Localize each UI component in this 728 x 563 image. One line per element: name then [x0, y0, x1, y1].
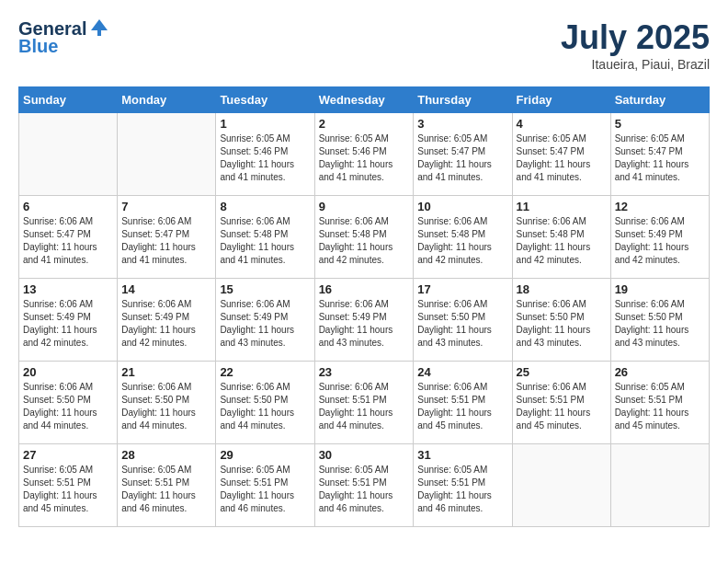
day-number: 26	[615, 365, 705, 379]
day-info: Sunrise: 6:06 AMSunset: 5:49 PMDaylight:…	[23, 298, 113, 350]
month-title: July 2025	[561, 18, 710, 57]
weekday-header-saturday: Saturday	[610, 87, 709, 113]
day-number: 23	[319, 365, 410, 379]
svg-marker-0	[91, 19, 108, 30]
calendar-cell: 14Sunrise: 6:06 AMSunset: 5:49 PMDayligh…	[118, 279, 216, 362]
logo: General Blue	[18, 18, 109, 57]
calendar-cell: 24Sunrise: 6:06 AMSunset: 5:51 PMDayligh…	[414, 362, 512, 444]
calendar-cell: 18Sunrise: 6:06 AMSunset: 5:50 PMDayligh…	[512, 279, 610, 362]
day-info: Sunrise: 6:06 AMSunset: 5:49 PMDaylight:…	[319, 298, 410, 350]
day-number: 30	[319, 448, 410, 462]
day-info: Sunrise: 6:06 AMSunset: 5:49 PMDaylight:…	[121, 298, 211, 350]
calendar-cell: 12Sunrise: 6:06 AMSunset: 5:49 PMDayligh…	[610, 196, 709, 279]
calendar-cell: 7Sunrise: 6:06 AMSunset: 5:47 PMDaylight…	[118, 196, 216, 279]
weekday-header-tuesday: Tuesday	[216, 87, 314, 113]
day-info: Sunrise: 6:05 AMSunset: 5:47 PMDaylight:…	[417, 132, 507, 184]
day-number: 13	[23, 282, 113, 296]
day-number: 10	[417, 200, 507, 213]
day-info: Sunrise: 6:05 AMSunset: 5:51 PMDaylight:…	[220, 464, 310, 515]
calendar-cell: 4Sunrise: 6:05 AMSunset: 5:47 PMDaylight…	[512, 113, 610, 196]
day-info: Sunrise: 6:05 AMSunset: 5:51 PMDaylight:…	[23, 464, 113, 515]
calendar-cell: 28Sunrise: 6:05 AMSunset: 5:51 PMDayligh…	[118, 444, 216, 527]
calendar-cell: 29Sunrise: 6:05 AMSunset: 5:51 PMDayligh…	[216, 444, 314, 527]
day-number: 20	[23, 365, 113, 379]
day-info: Sunrise: 6:06 AMSunset: 5:50 PMDaylight:…	[417, 298, 507, 350]
calendar-cell: 27Sunrise: 6:05 AMSunset: 5:51 PMDayligh…	[19, 444, 118, 527]
day-info: Sunrise: 6:06 AMSunset: 5:49 PMDaylight:…	[615, 215, 705, 267]
calendar-table: SundayMondayTuesdayWednesdayThursdayFrid…	[18, 86, 710, 527]
day-info: Sunrise: 6:05 AMSunset: 5:51 PMDaylight:…	[615, 381, 705, 432]
logo-icon	[89, 17, 109, 38]
week-row-5: 27Sunrise: 6:05 AMSunset: 5:51 PMDayligh…	[19, 444, 710, 527]
calendar-cell: 2Sunrise: 6:05 AMSunset: 5:46 PMDaylight…	[314, 113, 414, 196]
day-number: 14	[121, 282, 211, 296]
weekday-header-monday: Monday	[118, 87, 216, 113]
calendar-cell: 10Sunrise: 6:06 AMSunset: 5:48 PMDayligh…	[414, 196, 512, 279]
day-info: Sunrise: 6:05 AMSunset: 5:51 PMDaylight:…	[121, 464, 211, 515]
calendar-cell: 15Sunrise: 6:06 AMSunset: 5:49 PMDayligh…	[216, 279, 314, 362]
calendar-cell: 13Sunrise: 6:06 AMSunset: 5:49 PMDayligh…	[19, 279, 118, 362]
calendar-cell: 20Sunrise: 6:06 AMSunset: 5:50 PMDayligh…	[19, 362, 118, 444]
calendar-cell: 9Sunrise: 6:06 AMSunset: 5:48 PMDaylight…	[314, 196, 414, 279]
day-number: 5	[615, 117, 705, 131]
calendar-cell: 11Sunrise: 6:06 AMSunset: 5:48 PMDayligh…	[512, 196, 610, 279]
day-number: 12	[615, 200, 705, 213]
calendar-cell	[19, 113, 118, 196]
day-info: Sunrise: 6:05 AMSunset: 5:47 PMDaylight:…	[615, 132, 705, 184]
day-number: 1	[220, 117, 310, 131]
day-number: 29	[220, 448, 310, 462]
day-info: Sunrise: 6:05 AMSunset: 5:47 PMDaylight:…	[517, 132, 607, 184]
day-number: 28	[121, 448, 211, 462]
day-info: Sunrise: 6:06 AMSunset: 5:50 PMDaylight:…	[220, 381, 310, 432]
calendar-cell: 26Sunrise: 6:05 AMSunset: 5:51 PMDayligh…	[610, 362, 709, 444]
weekday-header-sunday: Sunday	[19, 87, 118, 113]
calendar-cell: 1Sunrise: 6:05 AMSunset: 5:46 PMDaylight…	[216, 113, 314, 196]
week-row-4: 20Sunrise: 6:06 AMSunset: 5:50 PMDayligh…	[19, 362, 710, 444]
svg-rect-1	[97, 30, 101, 36]
calendar-cell: 8Sunrise: 6:06 AMSunset: 5:48 PMDaylight…	[216, 196, 314, 279]
day-number: 21	[121, 365, 211, 379]
calendar-cell: 6Sunrise: 6:06 AMSunset: 5:47 PMDaylight…	[19, 196, 118, 279]
week-row-1: 1Sunrise: 6:05 AMSunset: 5:46 PMDaylight…	[19, 113, 710, 196]
calendar-cell	[610, 444, 709, 527]
calendar-cell: 17Sunrise: 6:06 AMSunset: 5:50 PMDayligh…	[414, 279, 512, 362]
day-number: 11	[517, 200, 607, 213]
day-info: Sunrise: 6:05 AMSunset: 5:46 PMDaylight:…	[220, 132, 310, 184]
day-number: 2	[319, 117, 410, 131]
calendar-cell: 30Sunrise: 6:05 AMSunset: 5:51 PMDayligh…	[314, 444, 414, 527]
location-subtitle: Itaueira, Piaui, Brazil	[561, 57, 710, 72]
day-info: Sunrise: 6:06 AMSunset: 5:47 PMDaylight:…	[23, 215, 113, 267]
day-number: 9	[319, 200, 410, 213]
day-info: Sunrise: 6:06 AMSunset: 5:50 PMDaylight:…	[121, 381, 211, 432]
calendar-cell: 31Sunrise: 6:05 AMSunset: 5:51 PMDayligh…	[414, 444, 512, 527]
weekday-header-row: SundayMondayTuesdayWednesdayThursdayFrid…	[19, 87, 710, 113]
weekday-header-thursday: Thursday	[414, 87, 512, 113]
day-number: 4	[517, 117, 607, 131]
calendar-cell	[512, 444, 610, 527]
day-info: Sunrise: 6:06 AMSunset: 5:48 PMDaylight:…	[417, 215, 507, 267]
title-area: July 2025 Itaueira, Piaui, Brazil	[561, 18, 710, 72]
calendar-cell: 21Sunrise: 6:06 AMSunset: 5:50 PMDayligh…	[118, 362, 216, 444]
calendar-cell: 25Sunrise: 6:06 AMSunset: 5:51 PMDayligh…	[512, 362, 610, 444]
day-number: 22	[220, 365, 310, 379]
day-number: 24	[417, 365, 507, 379]
calendar-cell: 3Sunrise: 6:05 AMSunset: 5:47 PMDaylight…	[414, 113, 512, 196]
day-info: Sunrise: 6:05 AMSunset: 5:51 PMDaylight:…	[319, 464, 410, 515]
day-number: 25	[517, 365, 607, 379]
calendar-cell: 23Sunrise: 6:06 AMSunset: 5:51 PMDayligh…	[314, 362, 414, 444]
day-info: Sunrise: 6:06 AMSunset: 5:47 PMDaylight:…	[121, 215, 211, 267]
weekday-header-wednesday: Wednesday	[314, 87, 414, 113]
day-info: Sunrise: 6:06 AMSunset: 5:50 PMDaylight:…	[517, 298, 607, 350]
day-info: Sunrise: 6:06 AMSunset: 5:48 PMDaylight:…	[220, 215, 310, 267]
day-number: 16	[319, 282, 410, 296]
day-info: Sunrise: 6:06 AMSunset: 5:49 PMDaylight:…	[220, 298, 310, 350]
header: General Blue July 2025 Itaueira, Piaui, …	[18, 18, 710, 72]
day-number: 7	[121, 200, 211, 213]
day-info: Sunrise: 6:05 AMSunset: 5:46 PMDaylight:…	[319, 132, 410, 184]
calendar-cell: 16Sunrise: 6:06 AMSunset: 5:49 PMDayligh…	[314, 279, 414, 362]
week-row-3: 13Sunrise: 6:06 AMSunset: 5:49 PMDayligh…	[19, 279, 710, 362]
day-number: 18	[517, 282, 607, 296]
day-info: Sunrise: 6:06 AMSunset: 5:50 PMDaylight:…	[23, 381, 113, 432]
day-info: Sunrise: 6:06 AMSunset: 5:50 PMDaylight:…	[615, 298, 705, 350]
week-row-2: 6Sunrise: 6:06 AMSunset: 5:47 PMDaylight…	[19, 196, 710, 279]
